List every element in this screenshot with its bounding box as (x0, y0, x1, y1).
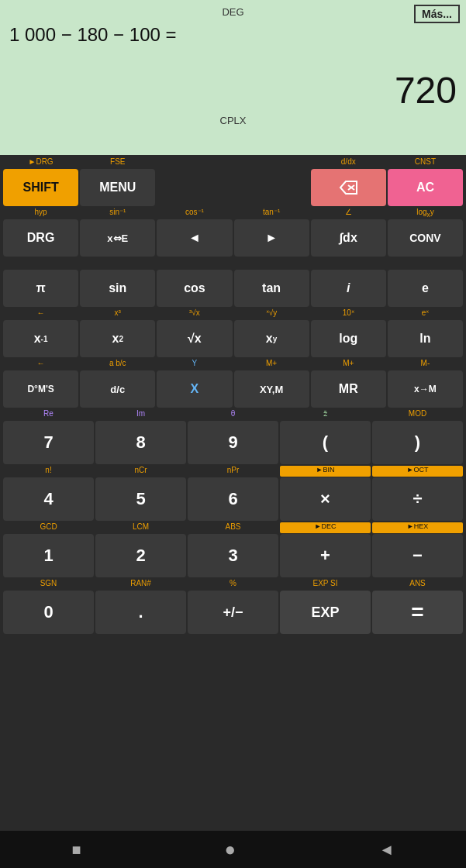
sub-back-arrow: ← (3, 359, 78, 370)
log-button[interactable]: log (311, 320, 386, 357)
sub-drg: ►DRG (3, 157, 78, 168)
sub-Re: Re (3, 409, 94, 420)
MR-button[interactable]: MR (311, 370, 386, 408)
multiply-button[interactable]: × (280, 477, 371, 521)
sub-nCr: nCr (95, 466, 186, 477)
plus-button[interactable]: + (280, 534, 371, 577)
xinv-button[interactable]: x-1 (3, 320, 78, 357)
cell-3: ABS 3 (187, 522, 279, 577)
btn-5[interactable]: 5 (95, 477, 186, 521)
cell-xy: ˣ√y xy (233, 308, 310, 357)
left-button[interactable]: ◄ (157, 219, 232, 257)
ac-button[interactable]: AC (388, 169, 463, 206)
sub-RAN: RAN# (95, 579, 186, 590)
backspace-button[interactable] (311, 169, 386, 206)
sub-Mplus2: M+ (311, 359, 386, 370)
e-button[interactable]: e (388, 270, 463, 307)
cell-xinv: ← x-1 (2, 308, 79, 357)
sub-Mminus: M- (388, 359, 463, 370)
btn-8[interactable]: 8 (95, 421, 186, 464)
cos-button[interactable]: cos (157, 270, 232, 307)
openparen-button[interactable]: ( (280, 421, 371, 464)
btn-0[interactable]: 0 (3, 591, 94, 634)
cell-7: Re 7 (2, 409, 95, 464)
cell-cos: cos (156, 258, 233, 307)
cell-right: tan⁻¹ ► (233, 208, 310, 257)
drg-button[interactable]: DRG (3, 219, 78, 257)
sub-percent: % (188, 579, 278, 590)
x2-button[interactable]: x2 (80, 320, 155, 357)
btn-4[interactable]: 4 (3, 477, 94, 521)
nav-circle-icon[interactable]: ● (224, 839, 236, 860)
sub-x3: x³ (80, 308, 155, 319)
right-button[interactable]: ► (234, 219, 309, 257)
conv-button[interactable]: CONV (388, 219, 463, 257)
cell-equals: ANS = (371, 579, 464, 634)
xy-button[interactable]: xy (234, 320, 309, 357)
equals-button[interactable]: = (372, 591, 463, 634)
cell-xE: sin⁻¹ x⇔E (79, 208, 156, 257)
tan-button[interactable]: tan (234, 270, 309, 307)
xE-button[interactable]: x⇔E (80, 219, 155, 257)
XYM-button[interactable]: XY,M (234, 370, 309, 408)
cell-minus: ►HEX − (371, 522, 464, 577)
btn-2[interactable]: 2 (95, 534, 186, 577)
sub-OCT: ►OCT (372, 466, 463, 477)
sub-MOD: MOD (372, 409, 463, 420)
cell-dot: RAN# . (95, 579, 187, 634)
sin-button[interactable]: sin (80, 270, 155, 307)
dc-button[interactable]: d/c (80, 370, 155, 408)
cell-drg: hyp DRG (2, 208, 79, 257)
cell-empty1 (156, 157, 233, 206)
sub-xrooty: ˣ√y (234, 308, 309, 319)
cell-dc: a b/c d/c (79, 359, 156, 408)
sub-GCD: GCD (3, 522, 94, 533)
minus-button[interactable]: − (372, 534, 463, 577)
mas-button[interactable]: Más... (414, 5, 460, 23)
cell-1: GCD 1 (2, 522, 95, 577)
display-area: DEG Más... 1 000 − 180 − 100 = 720 CPLX (0, 0, 466, 155)
nav-back-icon[interactable]: ◄ (379, 841, 395, 859)
row-shift-menu: ►DRG SHIFT FSE MENU d/dx (2, 157, 464, 206)
shift-button[interactable]: SHIFT (3, 169, 78, 206)
ln-button[interactable]: ln (388, 320, 463, 357)
row-456: n! 4 nCr 5 nPr 6 ►BIN × ►OCT ÷ (2, 466, 464, 521)
cell-4: n! 4 (2, 466, 95, 521)
dot-button[interactable]: . (95, 591, 186, 634)
btn-1[interactable]: 1 (3, 534, 94, 577)
cell-shift: ►DRG SHIFT (2, 157, 79, 206)
btn-7[interactable]: 7 (3, 421, 94, 464)
display-cplx: CPLX (9, 115, 457, 126)
cell-2: LCM 2 (95, 522, 187, 577)
btn-9[interactable]: 9 (188, 421, 278, 464)
closeparen-button[interactable]: ) (372, 421, 463, 464)
cell-empty2 (233, 157, 310, 206)
dms-button[interactable]: D°M'S (3, 370, 78, 408)
sub-ex: eˣ (388, 308, 463, 319)
plusminus-button[interactable]: +/− (188, 591, 278, 634)
cell-dms: ← D°M'S (2, 359, 79, 408)
sqrt-button[interactable]: √x (157, 320, 232, 357)
cell-plumin: % +/− (187, 579, 279, 634)
i-button[interactable]: i (311, 270, 386, 307)
btn-3[interactable]: 3 (188, 534, 278, 577)
svg-marker-0 (340, 181, 357, 194)
sub-zbar: z̄ (280, 409, 371, 420)
X-button[interactable]: X (157, 370, 232, 408)
menu-button[interactable]: MENU (80, 169, 155, 206)
display-mode: DEG (9, 6, 457, 18)
exp-button[interactable]: EXP (280, 591, 371, 634)
cell-9: θ 9 (187, 409, 279, 464)
sub-cbrt: ³√x (157, 308, 232, 319)
cell-X: Y X (156, 359, 233, 408)
sub-Mplus: M+ (234, 359, 309, 370)
sub-cnst: CNST (388, 157, 463, 168)
btn-6[interactable]: 6 (188, 477, 278, 521)
sub-LCM: LCM (95, 522, 186, 533)
xM-button[interactable]: x→M (388, 370, 463, 408)
divide-button[interactable]: ÷ (372, 477, 463, 521)
intdx-button[interactable]: ∫dx (311, 219, 386, 257)
pi-button[interactable]: π (3, 270, 78, 307)
nav-square-icon[interactable]: ■ (71, 841, 81, 859)
sub-theta: θ (188, 409, 278, 420)
